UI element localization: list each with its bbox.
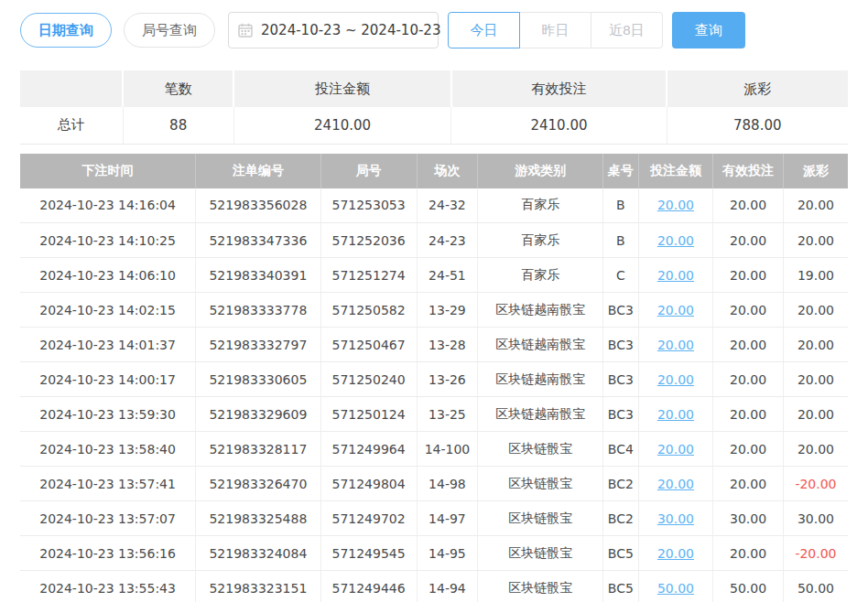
- bet-time-cell: 2024-10-23 13:55:43: [20, 571, 196, 602]
- round-number-cell: 571249446: [320, 571, 417, 602]
- bet-time-cell: 2024-10-23 13:57:41: [20, 467, 196, 501]
- quick-button-today[interactable]: 今日: [448, 12, 520, 48]
- date-query-button[interactable]: 日期查询: [20, 13, 112, 48]
- table-row: 2024-10-23 13:58:40521983328117571249964…: [20, 432, 848, 467]
- summary-col-valid-bet: 有效投注: [451, 70, 667, 107]
- col-bet-time: 下注时间: [20, 154, 196, 188]
- bet-amount-link[interactable]: 20.00: [657, 372, 694, 387]
- bet-amount-link[interactable]: 20.00: [657, 477, 694, 491]
- table-number-cell: B: [602, 188, 638, 223]
- session-cell: 13-28: [417, 328, 478, 362]
- table-row: 2024-10-23 13:57:41521983326470571249804…: [20, 467, 848, 501]
- bet-amount-cell: 20.00: [638, 432, 712, 467]
- bet-amount-link[interactable]: 20.00: [657, 198, 694, 212]
- round-number-cell: 571250124: [320, 397, 417, 432]
- col-bet-amount: 投注金额: [638, 154, 712, 188]
- summary-header-row: 笔数 投注金额 有效投注 派彩: [20, 70, 848, 107]
- session-cell: 13-29: [417, 293, 478, 328]
- round-number-cell: 571249545: [320, 536, 417, 571]
- order-number-cell: 521983326470: [196, 467, 321, 501]
- order-number-cell: 521983333778: [196, 293, 321, 328]
- valid-bet-cell: 30.00: [713, 501, 784, 536]
- valid-bet-cell: 20.00: [713, 188, 784, 223]
- game-type-cell: 区块链越南骰宝: [478, 362, 603, 397]
- session-cell: 13-25: [417, 397, 478, 432]
- table-row: 2024-10-23 13:56:16521983324084571249545…: [20, 536, 848, 571]
- table-row: 2024-10-23 14:10:25521983347336571252036…: [20, 223, 848, 258]
- table-number-cell: BC3: [602, 397, 638, 432]
- table-number-cell: BC3: [602, 293, 638, 328]
- session-cell: 14-97: [417, 501, 478, 536]
- bet-time-cell: 2024-10-23 14:02:15: [20, 293, 196, 328]
- game-type-cell: 区块链越南骰宝: [478, 328, 603, 362]
- bet-time-cell: 2024-10-23 14:01:37: [20, 328, 196, 362]
- table-number-cell: BC4: [602, 432, 638, 467]
- payout-cell: 50.00: [783, 571, 848, 602]
- bet-amount-link[interactable]: 20.00: [657, 303, 694, 317]
- payout-cell: 19.00: [783, 258, 848, 293]
- round-number-cell: 571252036: [320, 223, 417, 258]
- order-number-cell: 521983324084: [196, 536, 321, 571]
- payout-cell: 20.00: [783, 397, 848, 432]
- table-row: 2024-10-23 13:57:07521983325488571249702…: [20, 501, 848, 536]
- summary-total-count: 88: [123, 107, 233, 144]
- summary-table: 笔数 投注金额 有效投注 派彩 总计 88 2410.00 2410.00 78…: [20, 70, 848, 145]
- game-type-cell: 区块链骰宝: [478, 467, 603, 501]
- table-row: 2024-10-23 14:16:04521983356028571253053…: [20, 188, 848, 223]
- table-number-cell: BC5: [602, 571, 638, 602]
- game-type-cell: 百家乐: [478, 223, 603, 258]
- bet-amount-link[interactable]: 20.00: [657, 338, 694, 352]
- bet-amount-link[interactable]: 20.00: [657, 546, 694, 561]
- game-type-cell: 区块链骰宝: [478, 501, 603, 536]
- bet-time-cell: 2024-10-23 14:10:25: [20, 223, 196, 258]
- table-row: 2024-10-23 14:01:37521983332797571250467…: [20, 328, 848, 362]
- valid-bet-cell: 20.00: [713, 536, 784, 571]
- round-number-cell: 571253053: [320, 188, 417, 223]
- valid-bet-cell: 20.00: [713, 397, 784, 432]
- round-number-cell: 571250240: [320, 362, 417, 397]
- payout-cell: 30.00: [783, 501, 848, 536]
- col-round-number: 局号: [320, 154, 417, 188]
- valid-bet-cell: 20.00: [713, 328, 784, 362]
- bet-amount-cell: 20.00: [638, 188, 712, 223]
- bet-amount-cell: 20.00: [638, 328, 712, 362]
- session-cell: 14-94: [417, 571, 478, 602]
- bet-amount-cell: 20.00: [638, 536, 712, 571]
- valid-bet-cell: 20.00: [713, 223, 784, 258]
- order-number-cell: 521983340391: [196, 258, 321, 293]
- bet-time-cell: 2024-10-23 13:59:30: [20, 397, 196, 432]
- search-button[interactable]: 查询: [672, 12, 745, 48]
- bet-amount-link[interactable]: 20.00: [657, 233, 694, 248]
- table-row: 2024-10-23 13:59:30521983329609571250124…: [20, 397, 848, 432]
- bet-amount-link[interactable]: 20.00: [657, 268, 694, 283]
- col-payout: 派彩: [783, 154, 848, 188]
- round-query-button[interactable]: 局号查询: [124, 13, 215, 48]
- summary-col-bet-amount: 投注金额: [233, 70, 451, 107]
- date-range-input[interactable]: 2024-10-23 ~ 2024-10-23: [228, 12, 439, 48]
- bet-time-cell: 2024-10-23 14:00:17: [20, 362, 196, 397]
- summary-col-blank: [20, 70, 123, 107]
- bet-amount-cell: 20.00: [638, 362, 712, 397]
- order-number-cell: 521983323151: [196, 571, 321, 602]
- quick-button-yesterday[interactable]: 昨日: [519, 12, 591, 48]
- payout-cell: 20.00: [783, 293, 848, 328]
- valid-bet-cell: 20.00: [713, 258, 784, 293]
- table-body: 2024-10-23 14:16:04521983356028571253053…: [20, 188, 848, 602]
- payout-cell: 20.00: [783, 188, 848, 223]
- summary-total-row: 总计 88 2410.00 2410.00 788.00: [20, 107, 848, 144]
- bet-amount-cell: 20.00: [638, 397, 712, 432]
- bet-time-cell: 2024-10-23 14:16:04: [20, 188, 196, 223]
- game-type-cell: 区块链骰宝: [478, 536, 603, 571]
- valid-bet-cell: 50.00: [713, 571, 784, 602]
- col-order-number: 注单编号: [196, 154, 321, 188]
- bet-amount-link[interactable]: 20.00: [657, 407, 694, 422]
- bet-amount-link[interactable]: 30.00: [657, 511, 694, 526]
- summary-total-payout: 788.00: [667, 107, 848, 144]
- bet-amount-link[interactable]: 20.00: [657, 442, 694, 457]
- quick-button-last8days[interactable]: 近8日: [591, 12, 663, 48]
- bet-time-cell: 2024-10-23 13:57:07: [20, 501, 196, 536]
- table-row: 2024-10-23 14:00:17521983330605571250240…: [20, 362, 848, 397]
- col-session: 场次: [417, 154, 478, 188]
- bet-amount-link[interactable]: 50.00: [657, 581, 694, 596]
- order-number-cell: 521983330605: [196, 362, 321, 397]
